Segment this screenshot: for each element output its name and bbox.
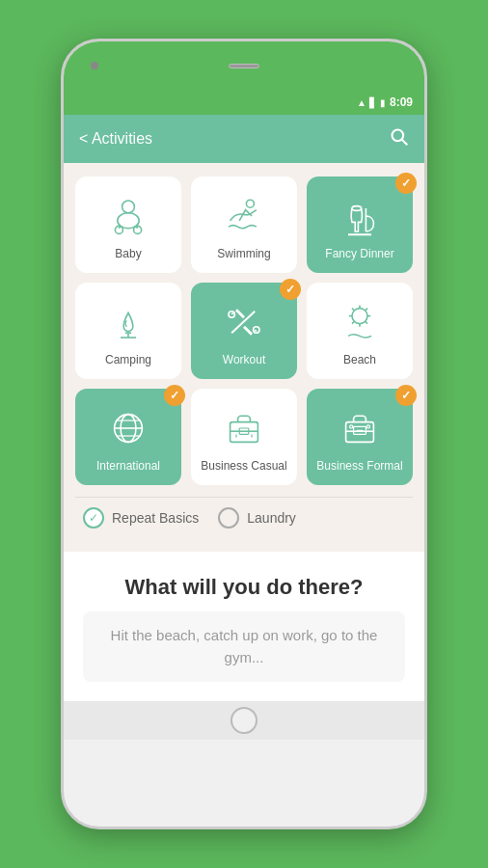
- laundry-label: Laundry: [247, 510, 296, 526]
- sub-description: Hit the beach, catch up on work, go to t…: [83, 611, 405, 682]
- svg-point-16: [254, 327, 259, 333]
- business-formal-label: Business Formal: [316, 459, 402, 475]
- activity-card-fancy-dinner[interactable]: ✓ Fancy Dinner: [307, 176, 413, 273]
- battery-icon: ▮: [380, 97, 386, 108]
- status-bar: ▲ ▋ ▮ 8:09: [64, 90, 424, 115]
- selected-badge-international: ✓: [164, 385, 185, 406]
- activity-card-camping[interactable]: Camping: [75, 283, 181, 379]
- svg-point-40: [350, 425, 353, 428]
- fancy-dinner-icon: [335, 191, 385, 241]
- bottom-options-row: ✓ Repeat Basics Laundry: [75, 497, 413, 538]
- activity-card-business-formal[interactable]: ✓ Business Formal: [307, 389, 413, 485]
- repeat-basics-label: Repeat Basics: [112, 510, 199, 526]
- wifi-icon: ▲: [357, 97, 366, 108]
- svg-line-13: [244, 327, 252, 335]
- signal-icon: ▋: [369, 97, 377, 108]
- main-question: What will you do there?: [125, 575, 364, 600]
- description-section: What will you do there? Hit the beach, c…: [64, 552, 424, 701]
- workout-icon: [219, 297, 269, 347]
- selected-badge-fancy-dinner: ✓: [395, 173, 417, 194]
- business-casual-label: Business Casual: [201, 459, 286, 475]
- business-formal-icon: [335, 403, 385, 453]
- activity-card-business-casual[interactable]: Business Casual: [191, 389, 297, 485]
- svg-point-9: [352, 206, 362, 211]
- back-button[interactable]: < Activities: [79, 130, 152, 148]
- svg-line-12: [231, 313, 233, 315]
- beach-icon: [335, 297, 385, 347]
- back-label: < Activities: [79, 130, 152, 148]
- svg-point-0: [393, 129, 404, 141]
- laundry-radio[interactable]: [218, 507, 239, 529]
- svg-line-14: [255, 330, 257, 332]
- business-casual-icon: [219, 403, 269, 453]
- phone-top-bar: [64, 41, 424, 90]
- fancy-dinner-label: Fancy Dinner: [325, 247, 393, 262]
- activity-card-beach[interactable]: Beach: [307, 283, 413, 379]
- beach-label: Beach: [343, 353, 376, 368]
- laundry-option[interactable]: Laundry: [218, 507, 296, 529]
- header: < Activities: [64, 115, 424, 163]
- repeat-basics-radio[interactable]: ✓: [83, 507, 104, 529]
- selected-badge-business-formal: ✓: [395, 385, 417, 406]
- swimming-icon: [219, 191, 269, 241]
- svg-line-22: [352, 309, 354, 311]
- activities-grid-container: Baby Swimming ✓: [64, 163, 424, 552]
- international-icon: [103, 403, 153, 453]
- status-time: 8:09: [390, 95, 413, 109]
- phone-bottom-bar: [64, 701, 424, 740]
- svg-point-15: [229, 312, 234, 317]
- camping-label: Camping: [105, 353, 151, 368]
- activity-card-baby[interactable]: Baby: [75, 176, 181, 273]
- swimming-label: Swimming: [217, 247, 270, 262]
- baby-label: Baby: [115, 247, 141, 262]
- phone-camera: [91, 62, 98, 69]
- camping-icon: [103, 297, 153, 347]
- search-icon[interactable]: [390, 127, 409, 151]
- international-label: International: [96, 459, 160, 475]
- svg-line-24: [366, 309, 367, 311]
- activity-card-international[interactable]: ✓ International: [75, 389, 181, 485]
- home-button[interactable]: [230, 707, 258, 734]
- svg-line-25: [352, 321, 354, 323]
- activity-card-swimming[interactable]: Swimming: [191, 176, 297, 273]
- svg-line-11: [236, 310, 244, 317]
- phone-speaker: [229, 64, 259, 68]
- svg-point-2: [122, 201, 135, 213]
- repeat-basics-option[interactable]: ✓ Repeat Basics: [83, 507, 199, 529]
- svg-line-1: [402, 139, 408, 145]
- svg-line-23: [366, 321, 367, 323]
- activities-grid: Baby Swimming ✓: [75, 176, 413, 485]
- status-icons: ▲ ▋ ▮: [357, 97, 386, 108]
- baby-icon: [103, 191, 153, 241]
- svg-point-41: [366, 425, 369, 428]
- selected-badge-workout: ✓: [280, 279, 301, 300]
- svg-point-8: [246, 200, 254, 207]
- activity-card-workout[interactable]: ✓ Workout: [191, 283, 297, 379]
- workout-label: Workout: [223, 353, 265, 368]
